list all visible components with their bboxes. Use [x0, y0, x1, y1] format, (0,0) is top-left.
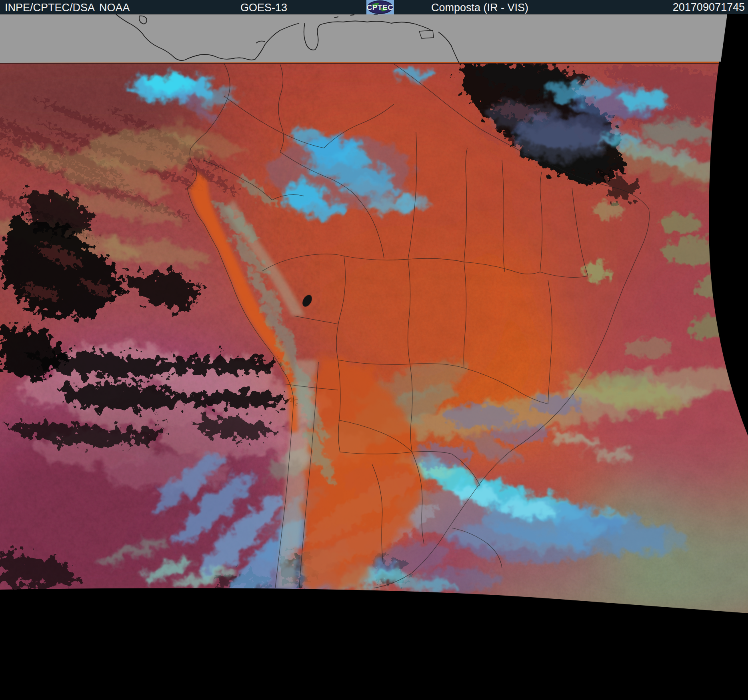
svg-text:201709071745: 201709071745 — [673, 1, 745, 13]
svg-text:NOAA: NOAA — [99, 2, 130, 14]
svg-text:INPE/CPTEC/DSA: INPE/CPTEC/DSA — [5, 2, 95, 14]
svg-text:CPTEC: CPTEC — [367, 3, 394, 12]
svg-text:Composta (IR - VIS): Composta (IR - VIS) — [431, 2, 528, 14]
svg-text:GOES-13: GOES-13 — [240, 2, 287, 14]
